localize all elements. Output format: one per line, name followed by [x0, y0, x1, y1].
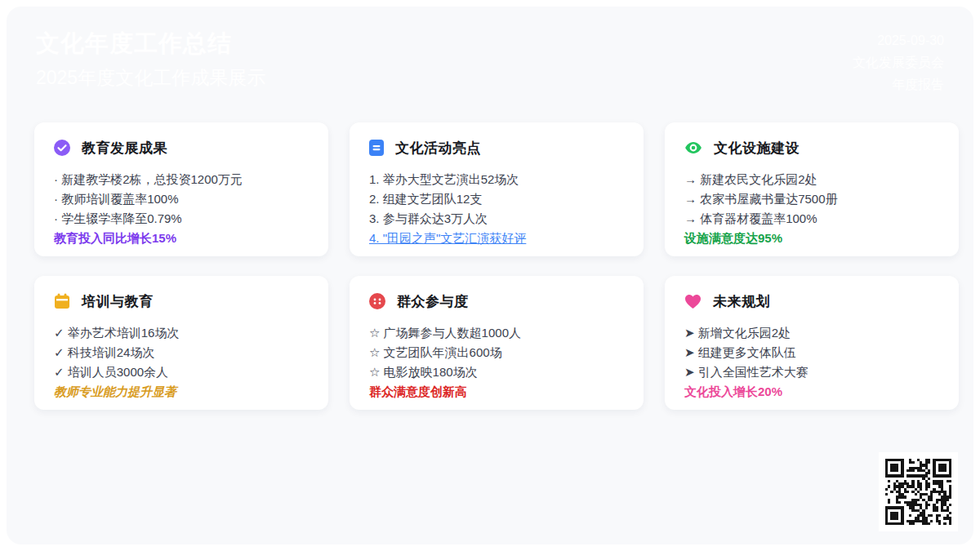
card-title: 培训与教育: [82, 292, 154, 311]
list-item: · 教师培训覆盖率100%: [54, 189, 309, 209]
heart-icon: [684, 294, 702, 309]
card-title: 文化活动亮点: [395, 139, 481, 158]
card-title: 文化设施建设: [714, 139, 800, 158]
list-item: · 学生辍学率降至0.79%: [54, 209, 309, 229]
card-highlight: 群众满意度创新高: [369, 382, 624, 402]
card-education-results: 教育发展成果 · 新建教学楼2栋，总投资1200万元 · 教师培训覆盖率100%…: [34, 122, 328, 256]
list-item: ☆ 广场舞参与人数超1000人: [369, 323, 624, 343]
list-item: · 新建教学楼2栋，总投资1200万元: [54, 170, 309, 189]
report-date: 2025-09-30: [853, 29, 944, 51]
list-item: ➤ 组建更多文体队伍: [684, 343, 939, 362]
list-item: ➤ 引入全国性艺术大赛: [684, 362, 939, 382]
qr-code: [879, 452, 958, 531]
card-title: 群众参与度: [397, 292, 469, 311]
list-item: → 体育器材覆盖率100%: [684, 209, 939, 229]
header-meta: 2025-09-30 文化发展委员会 年度报告: [853, 29, 944, 96]
card-highlight: 教师专业能力提升显著: [54, 382, 309, 402]
eye-icon: [684, 140, 702, 156]
list-item: → 新建农民文化乐园2处: [684, 170, 939, 189]
document-icon: [369, 140, 384, 156]
card-training-education: 培训与教育 ✓ 举办艺术培训16场次 ✓ 科技培训24场次 ✓ 培训人员3000…: [34, 276, 328, 410]
calendar-icon: [54, 293, 70, 309]
card-participation: 群众参与度 ☆ 广场舞参与人数超1000人 ☆ 文艺团队年演出600场 ☆ 电影…: [350, 276, 644, 410]
card-highlight: 教育投入同比增长15%: [54, 229, 309, 248]
report-type: 年度报告: [853, 73, 944, 96]
slide-background: 文化年度工作总结 2025年度文化工作成果展示 2025-09-30 文化发展委…: [7, 7, 973, 544]
list-item: ✓ 科技培训24场次: [54, 343, 309, 362]
list-item: → 农家书屋藏书量达7500册: [684, 189, 939, 209]
list-item: 3. 参与群众达3万人次: [369, 209, 624, 229]
card-facilities: 文化设施建设 → 新建农民文化乐园2处 → 农家书屋藏书量达7500册 → 体育…: [665, 122, 959, 256]
header: 文化年度工作总结 2025年度文化工作成果展示: [36, 28, 265, 90]
list-item: 4. "田园之声"文艺汇演获好评: [369, 229, 624, 248]
list-item: 1. 举办大型文艺演出52场次: [369, 170, 624, 189]
card-title: 未来规划: [713, 292, 770, 311]
card-title: 教育发展成果: [82, 139, 167, 158]
report-org: 文化发展委员会: [853, 51, 944, 73]
list-item: ✓ 培训人员3000余人: [54, 362, 309, 382]
check-circle-icon: [54, 140, 70, 156]
performance-review-link[interactable]: 4. "田园之声"文艺汇演获好评: [369, 229, 526, 248]
cards-grid: 教育发展成果 · 新建教学楼2栋，总投资1200万元 · 教师培训覆盖率100%…: [34, 122, 959, 410]
list-item: 2. 组建文艺团队12支: [369, 189, 624, 209]
dots-circle-icon: [369, 293, 385, 309]
list-item: ☆ 文艺团队年演出600场: [369, 343, 624, 362]
card-highlight: 设施满意度达95%: [684, 229, 939, 248]
card-cultural-activities: 文化活动亮点 1. 举办大型文艺演出52场次 2. 组建文艺团队12支 3. 参…: [350, 122, 644, 256]
card-future-plans: 未来规划 ➤ 新增文化乐园2处 ➤ 组建更多文体队伍 ➤ 引入全国性艺术大赛 文…: [665, 276, 959, 410]
page-title: 文化年度工作总结: [36, 28, 265, 59]
page-subtitle: 2025年度文化工作成果展示: [36, 65, 265, 90]
card-highlight: 文化投入增长20%: [684, 382, 939, 402]
list-item: ✓ 举办艺术培训16场次: [54, 323, 309, 343]
list-item: ➤ 新增文化乐园2处: [684, 323, 939, 343]
list-item: ☆ 电影放映180场次: [369, 362, 624, 382]
